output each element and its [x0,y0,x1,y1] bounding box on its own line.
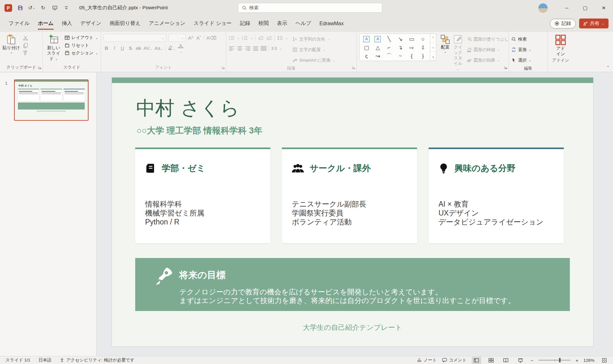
tab-insert[interactable]: 挿入 [58,16,76,31]
dialog-launcher-icon[interactable] [504,65,507,70]
arc-shape-icon[interactable]: ⌒ [386,53,392,59]
zoom-in-icon[interactable]: + [576,358,578,363]
quick-styles-button[interactable]: クイック スタイル ⌄ [453,34,463,72]
tab-home[interactable]: ホーム [34,16,58,31]
elbow-connector-shape-icon[interactable]: ⌐ [387,45,391,50]
triangle-shape-icon[interactable]: △ [376,45,380,50]
text-shadow-button[interactable]: S [128,45,133,51]
bullets-icon[interactable] [229,35,235,41]
zoom-slider-handle[interactable] [559,358,561,362]
line-arrow-shape-icon[interactable]: ↘ [398,36,403,42]
section-button[interactable]: セクション ⌄ [65,50,98,56]
shape-gallery-scroll-down-icon[interactable]: ⌄ [430,43,436,52]
redo-icon[interactable]: ↻ [40,4,47,11]
font-color-button[interactable]: A⌄ [178,43,183,54]
language-indicator[interactable]: 日本語 [39,357,52,363]
slide-subtitle[interactable]: ○○大学 理工学部 情報科学科 3年 [136,125,262,136]
clear-formatting-button[interactable]: A⌫ [206,35,216,41]
textbox-horizontal-icon[interactable]: A [363,36,369,42]
freeform-shape-icon[interactable]: ς [365,53,368,59]
share-button[interactable]: 共有 ⌄ [579,19,609,28]
font-size-combobox[interactable]: ⌄ [168,34,186,42]
left-brace-shape-icon[interactable]: { [411,53,413,59]
account-avatar[interactable] [538,3,548,13]
right-arrow-shape-icon[interactable]: ⇨ [409,45,414,50]
cut-icon[interactable] [23,35,28,41]
card-faculty[interactable]: 学部・ゼミ 情報科学科 機械学習ゼミ所属 Python / R [135,148,270,243]
fit-slide-to-window-icon[interactable] [600,357,609,364]
increase-indent-icon[interactable] [266,35,272,41]
tab-record[interactable]: 記録 [236,16,254,31]
layout-button[interactable]: レイアウト ⌄ [65,35,98,41]
increase-font-size-button[interactable]: A^ [188,35,194,41]
distribute-text-icon[interactable] [261,46,267,51]
undo-icon[interactable]: ↺⌄ [28,4,35,11]
tab-animations[interactable]: アニメーション [145,16,190,31]
comments-button[interactable]: コメント [442,357,467,363]
underline-button[interactable]: U [120,45,125,51]
shape-fill-button[interactable]: 図形の塗りつぶし ⌄ [467,35,513,43]
slideshow-view-button[interactable] [516,357,525,364]
normal-view-button[interactable] [472,357,481,364]
zoom-level[interactable]: 126% [583,358,594,363]
start-presentation-icon[interactable] [51,4,58,11]
save-icon[interactable] [17,4,24,11]
reading-view-button[interactable] [501,357,511,364]
oval-shape-icon[interactable]: ○ [421,36,424,42]
format-painter-icon[interactable] [23,50,28,56]
numbering-icon[interactable]: 123 [242,35,248,41]
tab-file[interactable]: ファイル [4,16,34,31]
minimize-button[interactable]: ─ [557,0,576,16]
dialog-launcher-icon[interactable] [38,65,41,70]
convert-smartart-button[interactable]: SmartArt に変換 ⌄ [292,56,335,64]
line-shape-icon[interactable]: ╲ [387,36,391,42]
character-spacing-button[interactable]: AV⌄ [144,45,152,51]
curve-shape-icon[interactable]: ~ [399,53,402,59]
align-right-icon[interactable] [245,46,251,51]
slide-footer[interactable]: 大学生の自己紹介テンプレート [112,323,593,332]
right-brace-shape-icon[interactable]: } [422,53,424,59]
notes-button[interactable]: ノート [417,357,437,363]
tab-view[interactable]: 表示 [273,16,291,31]
dialog-launcher-icon[interactable] [352,65,355,70]
close-button[interactable]: ✕ [594,0,613,16]
text-direction-button[interactable]: A 文字列の方向 ⌄ [292,35,335,43]
select-button[interactable]: 選択 ⌄ [511,56,545,64]
replace-button[interactable]: 置換 ⌄ [511,45,545,54]
scribble-shape-icon[interactable]: ↝ [376,53,380,59]
card-interests[interactable]: 興味のある分野 AI × 教育 UXデザイン データビジュアライゼーション [429,148,564,243]
dialog-launcher-icon[interactable] [221,65,225,70]
down-arrow-shape-icon[interactable]: ⇩ [421,45,425,50]
decrease-indent-icon[interactable] [258,35,264,41]
copy-icon[interactable] [23,43,28,48]
shape-effects-button[interactable]: 図形の効果 ⌄ [467,56,513,64]
align-left-icon[interactable] [229,46,235,51]
justify-icon[interactable] [253,46,259,51]
tab-design[interactable]: デザイン [76,16,105,31]
accessibility-status[interactable]: アクセシビリティ: 検討が必要です [60,357,134,363]
tab-review[interactable]: 校閲 [254,16,273,31]
addins-button[interactable]: アド イン [555,34,566,57]
tab-edrawmax[interactable]: EdrawMax [315,16,348,31]
change-case-button[interactable]: Aa⌄ [154,45,163,51]
shape-outline-button[interactable]: 図形の枠線 ⌄ [467,45,513,54]
decrease-font-size-button[interactable]: Aˇ [196,35,202,41]
align-center-icon[interactable] [237,46,243,51]
rounded-rectangle-shape-icon[interactable]: ▢ [364,45,369,50]
record-button[interactable]: 記録 [550,19,576,28]
bold-button[interactable]: B [104,45,109,51]
rectangle-shape-icon[interactable]: ▭ [409,36,414,42]
elbow-arrow-connector-shape-icon[interactable]: ↴ [398,45,403,50]
shape-gallery-scroll-up-icon[interactable]: ⌃ [430,34,436,43]
slide-canvas[interactable]: 中村 さくら ○○大学 理工学部 情報科学科 3年 学部・ゼミ 情報科学科 機械… [112,77,594,347]
font-name-combobox[interactable]: ⌄ [104,34,166,42]
find-button[interactable]: 検索 [511,35,545,43]
search-input[interactable]: 検索 [238,3,382,13]
customize-quick-access-icon[interactable] [63,4,70,11]
align-text-button[interactable]: 文字の配置 ⌄ [292,45,335,54]
tab-transitions[interactable]: 画面切り替え [105,16,145,31]
textbox-vertical-icon[interactable]: A [375,36,381,42]
highlight-color-button[interactable]: ⌄ [168,45,175,51]
maximize-button[interactable]: ▢ [576,0,594,16]
reset-button[interactable]: リセット [65,42,98,48]
